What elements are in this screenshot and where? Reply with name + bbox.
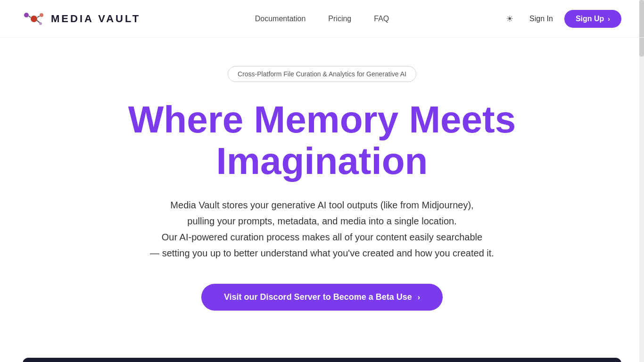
app-preview: ≡ ≡ Discover... ⬆ Upload Files [23,358,621,362]
hero-description: Media Vault stores your generative AI to… [150,197,494,261]
signup-button[interactable]: Sign Up › [564,10,621,28]
svg-point-0 [31,16,37,22]
nav-documentation[interactable]: Documentation [255,15,306,23]
svg-line-5 [37,16,40,17]
hero-desc-line1: Media Vault stores your generative AI to… [170,200,473,210]
hero-desc-line2: pulling your prompts, metadata, and medi… [187,216,456,226]
nav-faq[interactable]: FAQ [374,15,389,23]
svg-line-4 [29,16,31,17]
logo-icon [23,8,45,30]
nav-right: ☀ Sign In Sign Up › [501,10,621,28]
scrollbar[interactable] [639,0,644,362]
theme-toggle-button[interactable]: ☀ [501,10,518,27]
signup-arrow: › [608,15,610,23]
logo-text: MEDIA VAULT [51,13,140,25]
signin-button[interactable]: Sign In [529,15,553,23]
discord-cta-label: Visit our Discord Server to Become a Bet… [224,292,412,302]
tagline-badge: Cross-Platform File Curation & Analytics… [228,66,416,82]
theme-icon: ☀ [506,14,513,24]
navbar: MEDIA VAULT Documentation Pricing FAQ ☀ … [0,0,644,38]
svg-line-6 [37,20,40,23]
signup-label: Sign Up [576,15,604,23]
hero-desc-line4: — setting you up to better understand wh… [150,248,494,258]
svg-point-2 [40,13,43,17]
svg-point-1 [24,13,29,17]
nav-pricing[interactable]: Pricing [328,15,351,23]
hero-desc-line3: Our AI-powered curation process makes al… [162,232,482,242]
logo[interactable]: MEDIA VAULT [23,8,140,30]
nav-links: Documentation Pricing FAQ [255,15,389,23]
hero-section: Cross-Platform File Curation & Analytics… [0,38,644,329]
hero-title: Where Memory Meets Imagination [63,99,581,182]
discord-cta-button[interactable]: Visit our Discord Server to Become a Bet… [201,284,443,311]
discord-cta-arrow: › [418,293,420,302]
